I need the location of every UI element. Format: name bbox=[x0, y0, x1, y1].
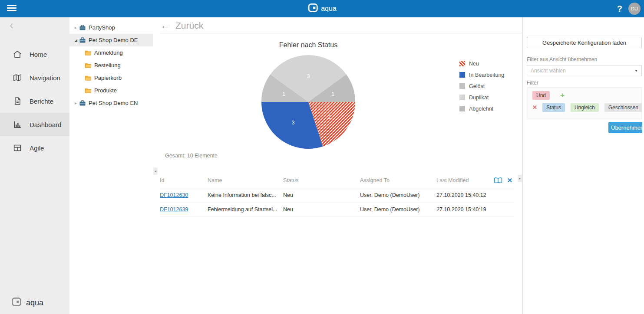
cell-status: Neu bbox=[283, 203, 360, 217]
home-icon bbox=[13, 49, 22, 59]
total-label: Gesamt: 10 Elemente bbox=[165, 153, 218, 159]
book-icon[interactable] bbox=[494, 177, 502, 183]
folder-icon bbox=[85, 62, 92, 69]
app-brand: aqua bbox=[307, 0, 337, 17]
tree-item-pet-shop-demo-en[interactable]: ▸Pet Shop Demo EN bbox=[69, 97, 153, 109]
sidebar-item-dashboard[interactable]: Dashboard bbox=[0, 113, 69, 136]
main-sidebar: ‹ HomeNavigationBerichteDashboardAgile a… bbox=[0, 17, 69, 314]
close-icon[interactable]: ✕ bbox=[507, 177, 512, 183]
tree-item-bestellung[interactable]: Bestellung bbox=[69, 59, 153, 72]
hamburger-menu-icon[interactable] bbox=[7, 5, 17, 13]
expand-arrow-icon[interactable]: ▸ bbox=[73, 101, 79, 105]
report-icon bbox=[13, 96, 22, 106]
tree-item-label: Pet Shop Demo DE bbox=[89, 37, 138, 43]
column-header-id[interactable]: Id bbox=[160, 173, 208, 188]
remove-condition-icon[interactable]: ✕ bbox=[532, 105, 537, 111]
sidebar-item-berichte[interactable]: Berichte bbox=[0, 89, 69, 113]
back-button[interactable]: ← Zurück bbox=[161, 20, 203, 31]
collapse-right-handle[interactable]: ► bbox=[518, 175, 522, 182]
legend-item-duplikat: Duplikat bbox=[459, 95, 504, 100]
collapse-arrow-icon[interactable]: ◢ bbox=[73, 38, 79, 43]
tree-item-partyshop[interactable]: ▸PartyShop bbox=[69, 21, 153, 34]
help-icon[interactable]: ? bbox=[617, 4, 622, 14]
column-header-assigned-to[interactable]: Assigned To bbox=[360, 173, 436, 188]
view-select-placeholder: Ansicht wählen bbox=[531, 68, 634, 74]
dashboard-main: ← Zurück Fehler nach Status 23131 NeuIn … bbox=[153, 17, 522, 314]
column-header-name[interactable]: Name bbox=[208, 173, 283, 188]
chevron-down-icon: ▼ bbox=[634, 69, 638, 73]
table-header-actions: ✕ bbox=[492, 173, 514, 188]
sidebar-collapse-icon[interactable]: ‹ bbox=[10, 18, 13, 32]
user-avatar[interactable]: DU bbox=[628, 3, 641, 15]
sidebar-item-home[interactable]: Home bbox=[0, 43, 69, 66]
filter-panel: Gespeicherte Konfiguration laden Filter … bbox=[522, 17, 644, 314]
sidebar-item-label: Dashboard bbox=[30, 121, 61, 128]
view-select[interactable]: Ansicht wählen ▼ bbox=[527, 65, 642, 76]
tree-item-label: Anmeldung bbox=[94, 49, 123, 56]
map-icon bbox=[13, 73, 22, 82]
view-filter-label: Filter aus Ansicht übernehmen bbox=[527, 56, 597, 62]
back-arrow-icon: ← bbox=[161, 20, 170, 31]
tree-item-papierkorb[interactable]: Papierkorb bbox=[69, 72, 153, 84]
filter-operator-chip[interactable]: Und bbox=[532, 91, 550, 100]
sidebar-item-label: Agile bbox=[30, 144, 44, 152]
project-icon bbox=[79, 24, 86, 31]
legend-swatch bbox=[459, 72, 465, 78]
legend-swatch bbox=[459, 61, 465, 66]
chart-legend: NeuIn BearbeitungGelöstDuplikatAbgelehnt bbox=[459, 61, 504, 117]
sidebar-item-label: Berichte bbox=[30, 98, 53, 105]
tree-item-produkte[interactable]: Produkte bbox=[69, 84, 153, 97]
sidebar-item-navigation[interactable]: Navigation bbox=[0, 66, 69, 89]
defects-table: IdNameStatusAssigned ToLast Modified✕ DF… bbox=[160, 173, 514, 217]
legend-swatch bbox=[459, 106, 465, 111]
column-header-status[interactable]: Status bbox=[283, 173, 360, 188]
chart-icon bbox=[13, 120, 22, 129]
expand-arrow-icon[interactable]: ▸ bbox=[73, 25, 79, 30]
pie-slice-value: 3 bbox=[307, 73, 310, 79]
tree-item-label: Produkte bbox=[94, 87, 117, 94]
aqua-logo-icon bbox=[11, 297, 22, 309]
footer-brand: aqua bbox=[11, 297, 43, 309]
condition-field-chip[interactable]: Status bbox=[542, 103, 565, 112]
tree-item-label: Bestellung bbox=[94, 62, 121, 69]
sidebar-item-agile[interactable]: Agile bbox=[0, 136, 69, 160]
app-name: aqua bbox=[321, 5, 337, 13]
cell-id: DF1012630 bbox=[160, 188, 208, 203]
status-pie-chart: 23131 bbox=[260, 53, 357, 150]
tree-item-label: Papierkorb bbox=[94, 75, 122, 81]
tree-item-anmeldung[interactable]: Anmeldung bbox=[69, 46, 153, 59]
tree-item-pet-shop-demo-de[interactable]: ◢Pet Shop Demo DE bbox=[69, 34, 153, 46]
condition-value-chip[interactable]: Geschlossen bbox=[604, 103, 642, 112]
legend-label: Neu bbox=[469, 61, 479, 67]
cell-last-modified: 27.10.2020 15:40:12 bbox=[436, 188, 492, 203]
aqua-logo-icon bbox=[307, 3, 318, 15]
back-label: Zurück bbox=[175, 20, 203, 31]
folder-icon bbox=[85, 87, 92, 94]
collapse-left-handle[interactable]: ◄ bbox=[153, 167, 158, 175]
header-divider bbox=[160, 33, 522, 33]
add-condition-icon[interactable]: + bbox=[560, 92, 565, 98]
tree-item-label: PartyShop bbox=[89, 24, 115, 31]
cell-assigned-to: User, Demo (DemoUser) bbox=[360, 203, 436, 217]
pie-slice-value: 1 bbox=[331, 91, 334, 97]
footer-logo-text: aqua bbox=[26, 298, 43, 307]
load-configuration-button[interactable]: Gespeicherte Konfiguration laden bbox=[527, 37, 642, 48]
table-row: DF1012639Fehlermeldung auf Startsei...Ne… bbox=[160, 203, 514, 217]
pie-slice-value: 2 bbox=[328, 114, 331, 120]
column-header-last-modified[interactable]: Last Modified bbox=[436, 173, 492, 188]
pie-slice-value: 3 bbox=[292, 120, 295, 126]
legend-item-gelöst: Gelöst bbox=[459, 83, 504, 89]
table-header-row: IdNameStatusAssigned ToLast Modified✕ bbox=[160, 173, 514, 188]
legend-swatch bbox=[459, 95, 465, 100]
legend-swatch bbox=[459, 83, 465, 89]
pie-slice-value: 1 bbox=[282, 91, 285, 97]
legend-label: Gelöst bbox=[469, 83, 485, 89]
cell-name: Keine Information bei falsc... bbox=[208, 188, 283, 203]
defect-link[interactable]: DF1012630 bbox=[160, 192, 188, 198]
condition-operator-chip[interactable]: Ungleich bbox=[571, 103, 599, 112]
sidebar-nav: HomeNavigationBerichteDashboardAgile bbox=[0, 43, 69, 160]
defect-link[interactable]: DF1012639 bbox=[160, 206, 188, 213]
apply-filter-button[interactable]: Übernehmen bbox=[608, 122, 642, 133]
sidebar-item-label: Navigation bbox=[30, 74, 60, 82]
tree-item-label: Pet Shop Demo EN bbox=[89, 100, 138, 106]
